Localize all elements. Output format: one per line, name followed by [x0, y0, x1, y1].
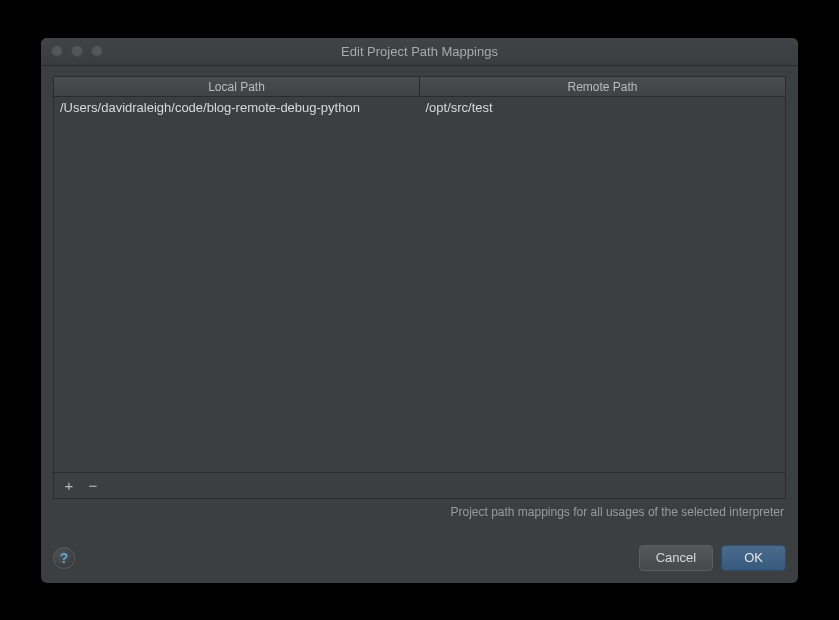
minimize-window-button[interactable] [71, 45, 83, 57]
question-icon: ? [60, 550, 69, 566]
cell-local-path[interactable]: /Users/davidraleigh/code/blog-remote-deb… [54, 97, 420, 119]
ok-label: OK [744, 550, 763, 565]
ok-button[interactable]: OK [721, 545, 786, 571]
table-row[interactable]: /Users/davidraleigh/code/blog-remote-deb… [54, 97, 785, 119]
hint-text: Project path mappings for all usages of … [53, 499, 786, 519]
dialog-window: Edit Project Path Mappings Local Path Re… [41, 38, 798, 583]
dialog-content: Local Path Remote Path /Users/davidralei… [41, 66, 798, 531]
window-title: Edit Project Path Mappings [41, 44, 798, 59]
table-body[interactable]: /Users/davidraleigh/code/blog-remote-deb… [54, 97, 785, 472]
minus-icon: − [89, 478, 98, 493]
column-header-local[interactable]: Local Path [54, 77, 420, 96]
column-header-remote[interactable]: Remote Path [420, 77, 785, 96]
remove-row-button[interactable]: − [82, 474, 104, 496]
path-mappings-table: Local Path Remote Path /Users/davidralei… [53, 76, 786, 499]
add-row-button[interactable]: + [58, 474, 80, 496]
dialog-footer: ? Cancel OK [41, 531, 798, 583]
close-window-button[interactable] [51, 45, 63, 57]
plus-icon: + [65, 478, 74, 493]
window-controls [41, 45, 103, 57]
zoom-window-button[interactable] [91, 45, 103, 57]
cancel-button[interactable]: Cancel [639, 545, 713, 571]
table-toolbar: + − [54, 472, 785, 498]
table-header: Local Path Remote Path [54, 77, 785, 97]
titlebar: Edit Project Path Mappings [41, 38, 798, 66]
cancel-label: Cancel [656, 550, 696, 565]
help-button[interactable]: ? [53, 547, 75, 569]
cell-remote-path[interactable]: /opt/src/test [420, 97, 786, 119]
